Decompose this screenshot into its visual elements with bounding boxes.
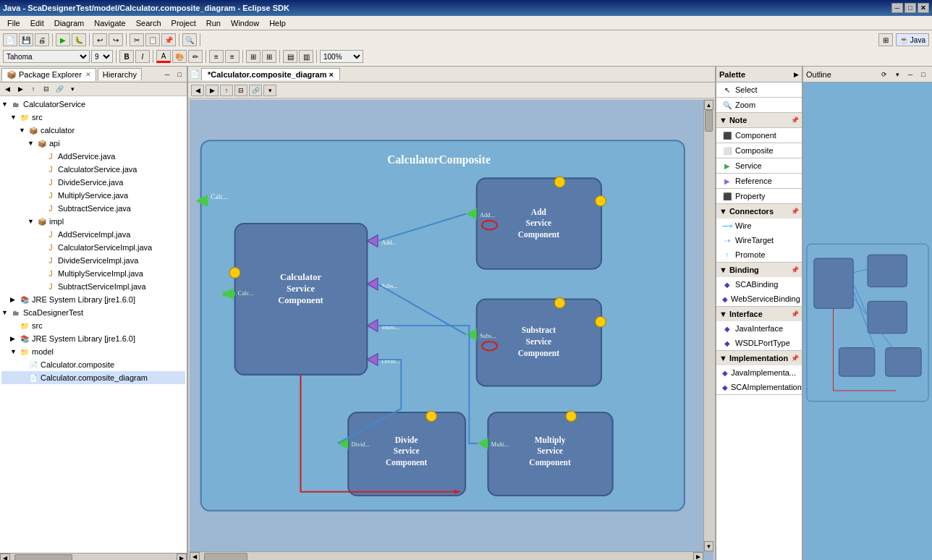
tb-italic-btn[interactable]: I bbox=[135, 50, 150, 63]
font-size-select[interactable]: 9 bbox=[91, 50, 113, 63]
tb-print-btn[interactable]: 🖨 bbox=[35, 33, 49, 46]
palette-item-wsbinding[interactable]: ◆ WebServiceBinding bbox=[716, 292, 802, 306]
palette-item-wsdlport[interactable]: ◆ WSDLPortType bbox=[716, 336, 802, 350]
nav-menu-btn[interactable]: ▾ bbox=[263, 85, 276, 96]
editor-tab-close[interactable]: × bbox=[329, 70, 333, 79]
maximize-button[interactable]: □ bbox=[905, 3, 916, 13]
palette-expand-btn[interactable]: ▶ bbox=[794, 71, 799, 78]
tb-paste-btn[interactable]: 📌 bbox=[161, 33, 176, 46]
palette-item-select[interactable]: ↖ Select bbox=[716, 82, 802, 97]
tree-item-calculator-service[interactable]: ▼ 🖿 CalculatorService bbox=[1, 98, 185, 111]
zoom-select[interactable]: 100% 75% 50% 150% bbox=[320, 50, 363, 63]
tb-perspective-btn[interactable]: ⊞ bbox=[878, 33, 893, 46]
tb-run-btn[interactable]: ▶ bbox=[56, 33, 70, 46]
palette-item-scaimpl[interactable]: ◆ SCAImplementation bbox=[716, 380, 802, 394]
palette-item-promote[interactable]: ↑ Promote bbox=[716, 247, 802, 262]
palette-item-property[interactable]: ⬛ Property bbox=[716, 189, 802, 203]
tab-hierarchy[interactable]: Hierarchy bbox=[98, 68, 142, 80]
tree-item-subtractimpl[interactable]: J SubtractServiceImpl.java bbox=[1, 280, 185, 293]
menu-edit[interactable]: Edit bbox=[26, 18, 48, 28]
tree-item-calcimpl[interactable]: J CalculatorServiceImpl.java bbox=[1, 241, 185, 254]
palette-connectors-header[interactable]: ▼ Connectors 📌 bbox=[716, 204, 802, 219]
tb-line-color-btn[interactable]: ✏ bbox=[188, 50, 203, 63]
tree-item-model[interactable]: ▼ 📁 model bbox=[1, 345, 185, 358]
tb-font-color-btn[interactable]: A bbox=[156, 50, 171, 63]
tb-cut-btn[interactable]: ✂ bbox=[130, 33, 144, 46]
hscroll-right[interactable]: ▶ bbox=[693, 552, 703, 560]
tree-item-api[interactable]: ▼ 📦 api bbox=[1, 137, 185, 150]
tb-save-btn[interactable]: 💾 bbox=[19, 33, 33, 46]
tree-link-btn[interactable]: 🔗 bbox=[54, 84, 65, 94]
tree-scroll-right[interactable]: ▶ bbox=[177, 553, 187, 561]
tb-fill-color-btn[interactable]: 🎨 bbox=[172, 50, 187, 63]
tree-forward-btn[interactable]: ▶ bbox=[14, 84, 26, 94]
nav-collapse-btn[interactable]: ⊟ bbox=[234, 85, 247, 96]
menu-project[interactable]: Project bbox=[167, 18, 200, 28]
tree-item-jre-1[interactable]: ▶ 📚 JRE System Library [jre1.6.0] bbox=[1, 293, 185, 306]
tb-snap-btn[interactable]: ⊞ bbox=[246, 50, 260, 63]
tb-copy-btn[interactable]: 📋 bbox=[145, 33, 160, 46]
outline-sync-btn[interactable]: ⟳ bbox=[878, 69, 890, 80]
package-explorer-close[interactable]: ✕ bbox=[85, 71, 91, 78]
tree-up-btn[interactable]: ↑ bbox=[27, 84, 39, 94]
tree-scrollbar-h[interactable]: ◀ ▶ bbox=[0, 553, 187, 560]
diagram-vscroll[interactable]: ▲ ▼ bbox=[703, 100, 713, 551]
tree-menu-btn[interactable]: ▾ bbox=[67, 84, 78, 94]
menu-search[interactable]: Search bbox=[132, 18, 166, 28]
nav-link-btn[interactable]: 🔗 bbox=[249, 85, 262, 96]
minimize-button[interactable]: ─ bbox=[891, 3, 903, 13]
menu-file[interactable]: File bbox=[3, 18, 25, 28]
palette-interface-header[interactable]: ▼ Interface 📌 bbox=[716, 307, 802, 321]
menu-run[interactable]: Run bbox=[202, 18, 225, 28]
nav-forward-btn[interactable]: ▶ bbox=[206, 85, 219, 96]
tree-item-calc-composite[interactable]: 📄 Calculator.composite bbox=[1, 358, 185, 371]
tree-back-btn[interactable]: ◀ bbox=[1, 84, 13, 94]
palette-item-component[interactable]: ⬛ Component bbox=[716, 128, 802, 143]
tree-collapse-btn[interactable]: ⊟ bbox=[41, 84, 52, 94]
palette-binding-header[interactable]: ▼ Binding 📌 bbox=[716, 263, 802, 277]
tb-bold-btn[interactable]: B bbox=[119, 50, 134, 63]
palette-item-javaimpl[interactable]: ◆ JavaImplementa... bbox=[716, 365, 802, 380]
tb-arrange-btn[interactable]: ▥ bbox=[299, 50, 313, 63]
tb-new-btn[interactable]: 📄 bbox=[3, 33, 17, 46]
tb-java-btn[interactable]: ☕ Java bbox=[896, 33, 929, 46]
tb-undo-btn[interactable]: ↩ bbox=[93, 33, 107, 46]
vscroll-up[interactable]: ▲ bbox=[704, 100, 713, 110]
palette-item-wire[interactable]: ⟶ Wire bbox=[716, 219, 802, 233]
nav-up-btn[interactable]: ↑ bbox=[220, 85, 233, 96]
tree-scroll-thumb[interactable] bbox=[14, 554, 72, 561]
tb-redo-btn[interactable]: ↪ bbox=[109, 33, 123, 46]
hscroll-left[interactable]: ◀ bbox=[190, 552, 200, 560]
palette-item-service[interactable]: ▶ Service bbox=[716, 158, 802, 173]
hscroll-thumb[interactable] bbox=[204, 553, 247, 560]
tb-layout-btn[interactable]: ▤ bbox=[283, 50, 297, 63]
diagram-area[interactable]: CalculatorComposite Calc... Calc... Calc… bbox=[190, 100, 713, 560]
palette-note-header[interactable]: ▼ Note 📌 bbox=[716, 113, 802, 127]
palette-item-reference[interactable]: ▶ Reference bbox=[716, 174, 802, 188]
tree-item-jre-2[interactable]: ▶ 📚 JRE System Library [jre1.6.0] bbox=[1, 332, 185, 345]
vscroll-thumb[interactable] bbox=[705, 110, 713, 132]
tree-item-divideservice[interactable]: J DivideService.java bbox=[1, 176, 185, 189]
palette-item-zoom[interactable]: 🔍 Zoom bbox=[716, 98, 802, 112]
vscroll-down[interactable]: ▼ bbox=[704, 541, 713, 551]
tree-item-scadesigner[interactable]: ▼ 🖿 ScaDesignerTest bbox=[1, 306, 185, 319]
tb-align-left-btn[interactable]: ≡ bbox=[209, 50, 224, 63]
tb-search-btn[interactable]: 🔍 bbox=[182, 33, 197, 46]
menu-navigate[interactable]: Navigate bbox=[90, 18, 130, 28]
menu-diagram[interactable]: Diagram bbox=[50, 18, 89, 28]
tree-item-calculator-pkg[interactable]: ▼ 📦 calculator bbox=[1, 124, 185, 137]
tab-package-explorer[interactable]: 📦 Package Explorer ✕ bbox=[1, 68, 96, 81]
tree-item-multiplyservice[interactable]: J MultiplyService.java bbox=[1, 189, 185, 202]
menu-window[interactable]: Window bbox=[226, 18, 263, 28]
close-button[interactable]: ✕ bbox=[918, 3, 929, 13]
tree-item-subtractservice[interactable]: J SubtractService.java bbox=[1, 202, 185, 215]
palette-item-composite[interactable]: ⬜ Composite bbox=[716, 143, 802, 158]
diagram-hscroll[interactable]: ◀ ▶ bbox=[190, 551, 703, 560]
font-family-select[interactable]: Tahoma bbox=[3, 50, 90, 63]
tree-item-src-1[interactable]: ▼ 📁 src bbox=[1, 111, 185, 124]
left-panel-minimize-btn[interactable]: ─ bbox=[161, 69, 173, 80]
tree-item-impl[interactable]: ▼ 📦 impl bbox=[1, 215, 185, 228]
tb-align-center-btn[interactable]: ≡ bbox=[225, 50, 240, 63]
nav-back-btn[interactable]: ◀ bbox=[191, 85, 204, 96]
tree-item-calc-diagram[interactable]: 📄 Calculator.composite_diagram bbox=[1, 371, 185, 384]
